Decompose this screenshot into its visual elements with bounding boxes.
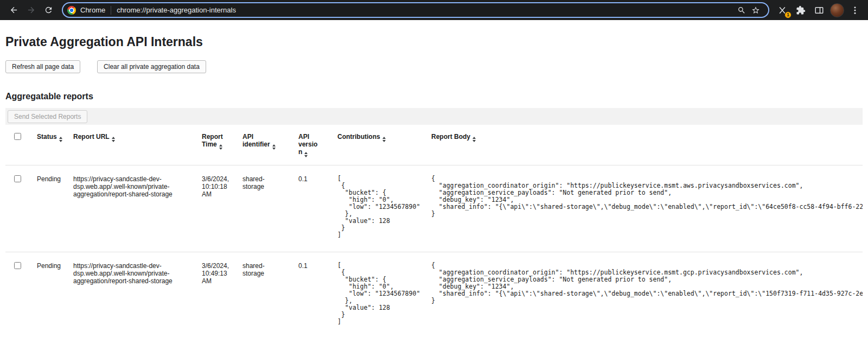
column-header-api-version[interactable]: API version bbox=[298, 125, 337, 165]
search-icon bbox=[737, 6, 746, 15]
profile-avatar[interactable] bbox=[830, 3, 844, 17]
table-row: Pending https://privacy-sandcastle-dev-d… bbox=[5, 165, 863, 252]
reload-button[interactable] bbox=[40, 2, 56, 18]
sort-icon bbox=[59, 137, 62, 142]
row-select-cell bbox=[5, 165, 37, 252]
url-bar[interactable]: Chrome chrome://private-aggregation-inte… bbox=[62, 2, 769, 18]
sort-icon bbox=[112, 137, 115, 142]
page-content: Private Aggregation API Internals Refres… bbox=[0, 35, 868, 338]
column-header-report-time[interactable]: Report Time bbox=[202, 125, 242, 165]
chip-divider bbox=[111, 6, 111, 15]
contributions-cell: [ { "bucket": { "high": "0", "low": "123… bbox=[337, 165, 431, 252]
chrome-logo-icon bbox=[67, 6, 76, 15]
status-cell: Pending bbox=[37, 165, 73, 252]
column-header-contributions[interactable]: Contributions bbox=[337, 125, 431, 165]
page-actions: Refresh all page data Clear all private … bbox=[5, 60, 863, 73]
sort-icon bbox=[219, 144, 222, 150]
column-header-report-url[interactable]: Report URL bbox=[73, 125, 202, 165]
page-title: Private Aggregation API Internals bbox=[5, 35, 863, 49]
report-time-cell: 3/6/2024, 10:49:13 AM bbox=[202, 252, 242, 338]
extension-badge: 1 bbox=[784, 11, 792, 18]
side-panel-icon bbox=[814, 5, 824, 15]
status-cell: Pending bbox=[37, 252, 73, 338]
pinned-extension-button[interactable]: 1 bbox=[775, 3, 790, 18]
report-body-json: { "aggregation_coordinator_origin": "htt… bbox=[431, 175, 857, 218]
contributions-cell: [ { "bucket": { "high": "0", "low": "123… bbox=[337, 252, 431, 338]
star-icon bbox=[751, 6, 760, 15]
three-dot-menu-icon bbox=[850, 5, 860, 15]
api-version-cell: 0.1 bbox=[298, 252, 337, 338]
column-header-api-identifier[interactable]: API identifier bbox=[242, 125, 298, 165]
table-row: Pending https://privacy-sandcastle-dev-d… bbox=[5, 252, 863, 338]
clear-all-button[interactable]: Clear all private aggregation data bbox=[97, 60, 206, 73]
select-all-checkbox[interactable] bbox=[14, 133, 21, 140]
back-button[interactable] bbox=[5, 2, 22, 18]
report-body-cell: { "aggregation_coordinator_origin": "htt… bbox=[431, 252, 863, 338]
report-time-cell: 3/6/2024, 10:10:18 AM bbox=[202, 165, 242, 252]
sort-icon bbox=[382, 137, 386, 142]
sort-icon bbox=[473, 137, 476, 142]
section-title: Aggregatable reports bbox=[5, 92, 863, 101]
contributions-json: [ { "bucket": { "high": "0", "low": "123… bbox=[337, 262, 426, 326]
table-toolbar: Send Selected Reports bbox=[5, 108, 863, 125]
back-arrow-icon bbox=[9, 5, 18, 15]
forward-button bbox=[23, 2, 39, 18]
extensions-button[interactable] bbox=[793, 3, 808, 18]
api-version-cell: 0.1 bbox=[298, 165, 337, 252]
contributions-json: [ { "bucket": { "high": "0", "low": "123… bbox=[337, 175, 426, 239]
report-body-json: { "aggregation_coordinator_origin": "htt… bbox=[431, 262, 857, 304]
reload-icon bbox=[44, 5, 53, 15]
forward-arrow-icon bbox=[27, 5, 36, 15]
report-url-cell: https://privacy-sandcastle-dev-dsp.web.a… bbox=[73, 252, 202, 338]
column-header-report-body[interactable]: Report Body bbox=[431, 125, 863, 165]
url-text: chrome://private-aggregation-internals bbox=[117, 6, 236, 14]
browser-toolbar: Chrome chrome://private-aggregation-inte… bbox=[0, 0, 868, 20]
api-identifier-cell: shared-storage bbox=[242, 252, 298, 338]
refresh-all-button[interactable]: Refresh all page data bbox=[5, 60, 80, 73]
puzzle-icon bbox=[796, 5, 806, 15]
browser-menu-button[interactable] bbox=[847, 3, 863, 18]
side-panel-button[interactable] bbox=[812, 3, 827, 18]
send-selected-reports-button[interactable]: Send Selected Reports bbox=[8, 110, 87, 123]
report-url-cell: https://privacy-sandcastle-dev-dsp.web.a… bbox=[73, 165, 202, 252]
sort-icon bbox=[304, 152, 308, 157]
api-identifier-cell: shared-storage bbox=[242, 165, 298, 252]
select-all-cell bbox=[5, 125, 37, 165]
row-checkbox[interactable] bbox=[14, 262, 21, 269]
search-button[interactable] bbox=[735, 3, 749, 17]
aggregatable-reports-table: Status Report URL Report Time API identi… bbox=[5, 125, 863, 338]
row-checkbox[interactable] bbox=[14, 175, 21, 182]
site-chip-label: Chrome bbox=[80, 6, 105, 14]
report-body-cell: { "aggregation_coordinator_origin": "htt… bbox=[431, 165, 863, 252]
column-header-status[interactable]: Status bbox=[37, 125, 73, 165]
sort-icon bbox=[272, 144, 276, 150]
bookmark-button[interactable] bbox=[749, 3, 763, 17]
table-header-row: Status Report URL Report Time API identi… bbox=[5, 125, 863, 165]
row-select-cell bbox=[5, 252, 37, 338]
